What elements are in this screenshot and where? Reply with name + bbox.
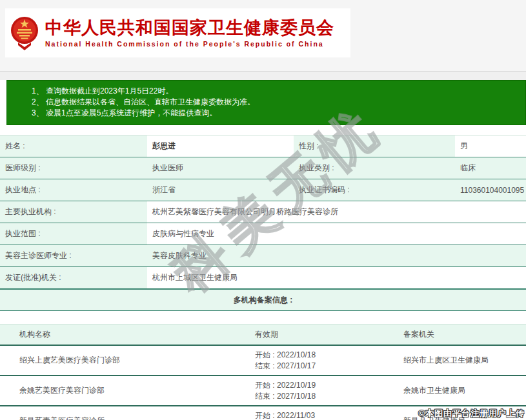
org-name: 绍兴上虞艺美医疗美容门诊部: [0, 345, 236, 375]
nhc-logo-banner: 中华人民共和国国家卫生健康委员会 National Health Commiss…: [5, 8, 350, 57]
field-value: 杭州艺美紫馨医疗美容有限公司明月桥路医疗美容诊所: [147, 201, 526, 223]
notice-line: 3、 凌晨1点至凌晨5点系统进行维护，不能提供查询。: [32, 108, 521, 119]
field-value: 110360104001095: [455, 179, 526, 201]
multi-org-table: 机构名称 有效期 备案机关 绍兴上虞艺美医疗美容门诊部 开始 : 2022/10…: [0, 324, 526, 420]
validity-period: 开始 : 2022/10/19 结束 : 2027/10/18: [236, 375, 384, 406]
field-label: 发证(批准)机关 :: [0, 267, 147, 289]
filing-authority: 绍兴市上虞区卫生健康局: [384, 345, 526, 375]
field-label: 执业证书编码 :: [294, 179, 455, 201]
section-title: 多机构备案信息 :: [0, 289, 526, 311]
validity-period: 开始 : 2022/10/18 结束 : 2027/10/17: [236, 345, 384, 375]
validity-start: 开始 : 2022/10/19: [255, 380, 381, 391]
table-row: 执业范围 : 皮肤病与性病专业: [0, 223, 526, 245]
field-value: 杭州市上城区卫生健康局: [147, 267, 526, 289]
field-value: 执业医师: [147, 157, 294, 179]
field-label: 主要执业机构 :: [0, 201, 147, 223]
field-value: 临床: [455, 157, 526, 179]
field-label: 执业地点 :: [0, 179, 147, 201]
header-titles: 中华人民共和国国家卫生健康委员会 National Health Commiss…: [45, 18, 334, 48]
column-header: 备案机关: [384, 325, 526, 346]
field-label: 执业范围 :: [0, 223, 147, 245]
field-label: 美容主诊医师专业 :: [0, 245, 147, 267]
table-row: 主要执业机构 : 杭州艺美紫馨医疗美容有限公司明月桥路医疗美容诊所: [0, 201, 526, 223]
header-divider-strip: [0, 72, 526, 80]
section-spacer: [0, 311, 526, 324]
table-row: 余姚艺美医疗美容门诊部 开始 : 2022/10/19 结束 : 2027/10…: [0, 375, 526, 406]
field-label: 医师级别 :: [0, 157, 147, 179]
notice-line: 2、 信息数据结果以各省、自治区、直辖市卫生健康委数据为准。: [32, 97, 521, 108]
upload-credit-watermark: ©本图由平台注册用户上传: [418, 408, 525, 419]
table-header-row: 机构名称 有效期 备案机关: [0, 325, 526, 346]
validity-start: 开始 : 2022/10/18: [255, 350, 381, 361]
notice-box: 1、 查询数据截止到2023年1月5日22时。 2、 信息数据结果以各省、自治区…: [6, 80, 526, 125]
national-emblem-icon: [9, 14, 40, 52]
table-row: 姓名 : 彭思进 性别 : 男: [0, 135, 526, 157]
field-label: 姓名 :: [0, 135, 147, 157]
table-row: 发证(批准)机关 : 杭州市上城区卫生健康局: [0, 267, 526, 289]
table-row: 美容主诊医师专业 : 美容皮肤科专业: [0, 245, 526, 267]
page-subtitle: National Health Commission of the People…: [45, 40, 334, 48]
notice-line: 1、 查询数据截止到2023年1月5日22时。: [32, 86, 521, 97]
field-value-name: 彭思进: [147, 135, 294, 157]
column-header: 有效期: [236, 325, 384, 346]
table-row: 绍兴上虞艺美医疗美容门诊部 开始 : 2022/10/18 结束 : 2027/…: [0, 345, 526, 375]
doctor-info-table: 姓名 : 彭思进 性别 : 男 医师级别 : 执业医师 执业类别 : 临床 执业…: [0, 135, 526, 289]
page-header: 中华人民共和国国家卫生健康委员会 National Health Commiss…: [0, 0, 526, 72]
table-row: 执业地点 : 浙江省 执业证书编码 : 110360104001095: [0, 179, 526, 201]
field-value: 皮肤病与性病专业: [147, 223, 526, 245]
validity-period: 开始 : 2022/11/03 结束 : 2027/11/02: [236, 406, 384, 420]
field-value: 美容皮肤科专业: [147, 245, 526, 267]
field-value: 男: [455, 135, 526, 157]
validity-end: 结束 : 2027/10/18: [255, 391, 381, 402]
validity-start: 开始 : 2022/11/03: [255, 410, 381, 420]
field-label: 性别 :: [294, 135, 455, 157]
field-value: 浙江省: [147, 179, 294, 201]
filing-authority: 余姚市卫生健康局: [384, 375, 526, 406]
table-row: 医师级别 : 执业医师 执业类别 : 临床: [0, 157, 526, 179]
page-title: 中华人民共和国国家卫生健康委员会: [45, 18, 334, 37]
validity-end: 结束 : 2027/10/17: [255, 361, 381, 372]
org-name: 新昌艺素美医疗美容诊所: [0, 406, 236, 420]
field-label: 执业类别 :: [294, 157, 455, 179]
org-name: 余姚艺美医疗美容门诊部: [0, 375, 236, 406]
column-header: 机构名称: [0, 325, 236, 346]
physician-query-result-page: 中华人民共和国国家卫生健康委员会 National Health Commiss…: [0, 0, 526, 420]
